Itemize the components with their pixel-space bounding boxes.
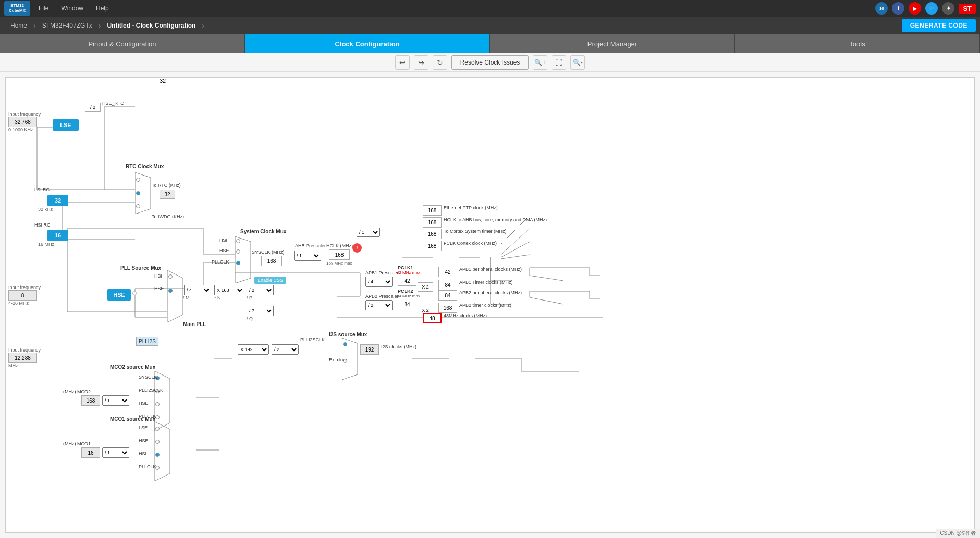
facebook-icon[interactable]: f [892,2,904,15]
svg-line-26 [501,255,530,259]
pll-n-select[interactable]: X 168 X 192 [214,285,244,295]
zoom-out-button[interactable]: 🔍- [570,55,585,70]
sys-hsi-label: HSI [219,237,227,243]
tab-project-manager[interactable]: Project Manager [490,34,735,53]
cortex-timer-label: To Cortex System timer (MHz) [444,229,507,234]
mco1-val: 16 [81,447,100,458]
pclk1-max-label: 42 MHz max [397,270,420,275]
mco1-div-select[interactable]: / 1 / 2 [102,447,129,458]
cortex-div-select[interactable]: / 1 / 8 [357,228,380,237]
mco2-div-select[interactable]: / 1 / 2 [102,395,129,406]
top-bar: STM32CubeMX File Window Help 10 f ▶ 🐦 ✦ … [0,0,980,17]
main-content: Input frequency 0-1000 KHz LSE LSI RC 32… [0,72,980,538]
mco1-radio-lse[interactable] [155,427,160,431]
sysclk-value[interactable] [261,256,282,266]
mco1-radio-hsi[interactable] [155,453,160,457]
pll-q-select[interactable]: / 7 / 4 [247,306,274,316]
pclk1-label: PCLK1 [398,265,413,270]
sys-pllclk-label: PLLCLK [212,259,229,265]
hclk-label: HCLK (MHz) [326,243,353,248]
generate-code-button[interactable]: GENERATE CODE [902,19,976,32]
app-logo: STM32CubeMX [4,1,30,16]
lse-block: LSE [53,119,79,131]
lsi-rc-block: 32 [47,195,68,206]
plli2s-n-select[interactable]: X 192 X 384 [238,344,269,355]
mco2-radio-hse[interactable] [155,402,160,406]
menu-window[interactable]: Window [61,5,83,12]
svg-line-29 [530,276,564,281]
i2s-mux-radio-plli2s[interactable] [343,342,347,346]
pll-hse-label: HSE [154,286,164,291]
input-freq-2-field[interactable] [8,290,37,301]
apb1-div-select[interactable]: / 4 / 2 / 1 [365,277,393,287]
redo-button[interactable]: ↪ [414,55,428,70]
sysclk-mux-radio-pllclk[interactable] [236,261,240,265]
menu-file[interactable]: File [39,5,48,12]
tab-tools[interactable]: Tools [735,34,980,53]
breadcrumb-page[interactable]: Untitled - Clock Configuration [101,22,202,29]
hclk-value[interactable] [329,249,350,260]
sysclk-mux-radio-hse[interactable] [236,249,240,254]
apb1-timer-label: APB1 Timer clocks (MHz) [459,280,513,285]
tab-clock[interactable]: Clock Configuration [245,34,490,53]
mhz48-label: 48MHz clocks (MHz) [444,313,487,318]
sysclk-mux-shape [235,236,251,283]
to-iwdg-val: 32 [160,78,166,84]
breadcrumb-home[interactable]: Home [4,22,33,29]
menu-help[interactable]: Help [96,5,109,12]
hsi-freq-label: 16 MHz [38,242,54,247]
input-freq-3-field[interactable] [8,353,37,363]
hsi-rc-label: HSI RC [34,222,51,228]
mco1-radio-hse[interactable] [155,440,160,444]
zoom-in-button[interactable]: 🔍+ [533,55,547,70]
input-freq-1-field[interactable] [8,117,37,127]
input-freq-2-label: Input frequency 4-26 MHz [8,285,41,306]
apb1-peripheral-value: 42 [438,267,457,277]
pclk1-value: 42 [398,276,416,286]
apb1-peripheral-label: APB1 peripheral clocks (MHz) [459,267,522,272]
cortex-timer-val: 168 [423,229,442,239]
ethernet-label: Ethernet PTP clock (MHz) [444,205,498,210]
refresh-button[interactable]: ↻ [433,55,447,70]
rtc-mux-radio-lse[interactable] [136,191,140,195]
fclk-label: FCLK Cortex clock (MHz) [444,241,497,246]
apb2-div-select[interactable]: / 2 / 1 / 4 [365,300,393,310]
svg-marker-50 [235,236,251,283]
main-pll-label: Main PLL [183,321,206,327]
sysclk-mux-radio-hsi[interactable] [236,239,240,243]
pll-source-radio-hsi[interactable] [168,274,173,279]
to-rtc-label: To RTC (KHz) [152,183,181,188]
pll-source-mux-label: PLL Source Mux [120,265,161,271]
undo-button[interactable]: ↩ [395,55,410,70]
mco1-hsi-label: HSI [139,451,146,456]
mco1-hse-label: HSE [139,438,149,443]
enable-css-button[interactable]: Enable CSS [254,277,286,284]
mco2-hse-label: HSE [139,401,149,406]
version-icon: 10 [875,2,888,15]
rtc-mux-radio-lsi[interactable] [136,204,140,208]
apb2-peripheral-label: APB2 peripheral clocks (MHz) [459,290,522,295]
pll-p-select[interactable]: / 2 / 4 [247,285,274,295]
ahb-div-select[interactable]: / 1 / 2 / 4 [294,251,321,261]
fclk-val: 168 [423,241,442,251]
input-freq-3-label: Input frequency MHz [8,347,41,368]
plli2s-r-select[interactable]: / 2 / 4 [272,344,299,355]
breadcrumb-bar: Home › STM32F407ZGTx › Untitled - Clock … [0,17,980,34]
resolve-clock-button[interactable]: Resolve Clock Issues [451,55,529,70]
rtc-mux-radio-hse[interactable] [136,178,140,182]
ahb-core-val: 168 [423,217,442,228]
lsi-rc-label: LSI RC [34,187,50,192]
pll-hsi-label: HSI [154,273,162,279]
tab-pinout[interactable]: Pinout & Configuration [0,34,245,53]
network-icon[interactable]: ✦ [942,2,954,15]
twitter-icon[interactable]: 🐦 [925,2,938,15]
youtube-icon[interactable]: ▶ [909,2,921,15]
diagram-container: Input frequency 0-1000 KHz LSE LSI RC 32… [6,78,974,532]
breadcrumb-device[interactable]: STM32F407ZGTx [36,22,99,29]
mco1-pllclk-label: PLLCLK [139,464,156,469]
pll-m-select[interactable]: / 4 / 8 [184,285,211,295]
fit-button[interactable]: ⛶ [552,55,566,70]
plli2sclk-label: PLLI2SCLK [300,337,325,342]
st-logo: ST [959,4,976,14]
pll-source-radio-hse[interactable] [168,289,173,293]
